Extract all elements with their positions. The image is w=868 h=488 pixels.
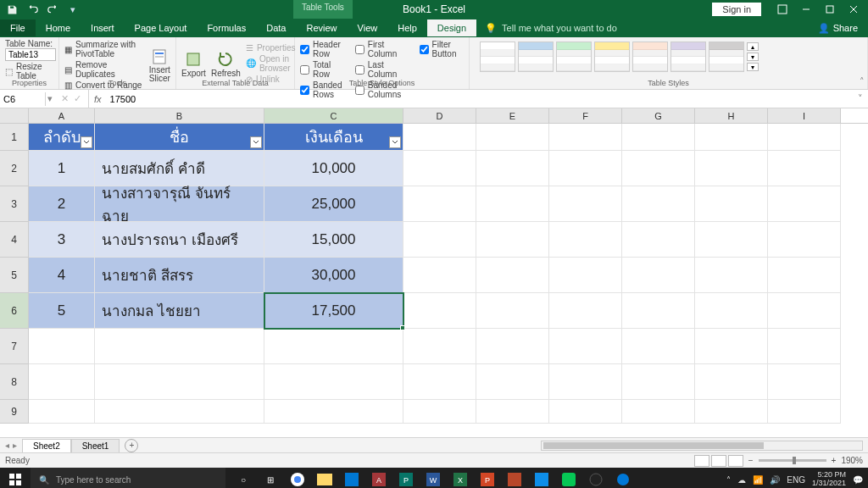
fx-icon[interactable]: fx <box>89 94 107 104</box>
cell-F8[interactable] <box>549 364 622 400</box>
total-row-checkbox[interactable]: Total Row <box>300 59 350 80</box>
style-swatch-0[interactable] <box>480 42 515 72</box>
tab-page-layout[interactable]: Page Layout <box>125 19 198 36</box>
tab-file[interactable]: File <box>0 19 36 36</box>
cell-A7[interactable] <box>29 329 95 364</box>
tab-formulas[interactable]: Formulas <box>197 19 256 36</box>
formula-expand-icon[interactable]: ˅ <box>853 93 868 104</box>
cell-F7[interactable] <box>549 329 622 364</box>
cell-G9[interactable] <box>622 400 695 424</box>
add-sheet-button[interactable]: + <box>125 439 138 452</box>
app-word-icon[interactable]: W <box>420 468 446 488</box>
cell-D1[interactable] <box>403 124 476 151</box>
style-swatch-3[interactable] <box>594 42 630 72</box>
cell-I9[interactable] <box>768 400 841 424</box>
collapse-ribbon-icon[interactable]: ˄ <box>860 76 865 87</box>
cell-A5[interactable]: 4 <box>29 258 95 293</box>
cell-D4[interactable] <box>403 222 476 258</box>
col-header-C[interactable]: C <box>264 108 403 123</box>
cell-E1[interactable] <box>476 124 549 151</box>
cell-I6[interactable] <box>768 293 841 329</box>
row-header-6[interactable]: 6 <box>0 293 29 329</box>
filter-button-A[interactable] <box>81 136 92 148</box>
cell-E5[interactable] <box>476 258 549 293</box>
table-name-input[interactable] <box>5 48 56 61</box>
spreadsheet-grid[interactable]: ABCDEFGHI 1ลำดับชื่อเงินเดือน21นายสมศักด… <box>0 108 868 437</box>
page-layout-view-icon[interactable] <box>711 455 726 467</box>
app-reader-icon[interactable] <box>502 468 527 488</box>
sheet-nav[interactable]: ◂▸ <box>0 441 22 450</box>
cell-F6[interactable] <box>549 293 622 329</box>
tab-data[interactable]: Data <box>256 19 296 36</box>
ribbon-options-icon[interactable] <box>771 2 793 17</box>
cell-G7[interactable] <box>622 329 695 364</box>
row-header-7[interactable]: 7 <box>0 329 29 364</box>
cell-B8[interactable] <box>95 364 264 400</box>
app-obs-icon[interactable] <box>583 468 609 488</box>
tell-me-input[interactable]: 💡 Tell me what you want to do <box>476 23 626 34</box>
cell-H9[interactable] <box>695 400 768 424</box>
cortana-icon[interactable]: ○ <box>231 468 256 488</box>
row-header-1[interactable]: 1 <box>0 124 29 151</box>
style-swatch-6[interactable] <box>709 42 744 72</box>
cell-E6[interactable] <box>476 293 549 329</box>
cell-A6[interactable]: 5 <box>29 293 95 329</box>
cell-F3[interactable] <box>549 186 622 222</box>
cell-C2[interactable]: 10,000 <box>264 151 403 186</box>
cell-E4[interactable] <box>476 222 549 258</box>
app-excel-icon[interactable]: X <box>448 468 473 488</box>
name-box[interactable]: C6 <box>0 92 46 106</box>
horizontal-scrollbar[interactable] <box>138 441 868 451</box>
row-header-5[interactable]: 5 <box>0 258 29 293</box>
app-teamviewer-icon[interactable] <box>529 468 554 488</box>
col-header-A[interactable]: A <box>29 108 95 123</box>
style-swatch-4[interactable] <box>632 42 668 72</box>
cell-F1[interactable] <box>549 124 622 151</box>
zoom-out-icon[interactable]: − <box>748 456 754 465</box>
col-header-D[interactable]: D <box>403 108 476 123</box>
cell-D2[interactable] <box>403 151 476 186</box>
cell-H7[interactable] <box>695 329 768 364</box>
cell-I4[interactable] <box>768 222 841 258</box>
cell-D3[interactable] <box>403 186 476 222</box>
cell-C7[interactable] <box>264 329 403 364</box>
page-break-view-icon[interactable] <box>728 455 743 467</box>
cell-H8[interactable] <box>695 364 768 400</box>
app-chrome-icon[interactable] <box>285 468 310 488</box>
cell-A8[interactable] <box>29 364 95 400</box>
undo-icon[interactable] <box>24 2 41 17</box>
cell-F4[interactable] <box>549 222 622 258</box>
app-folder-icon[interactable] <box>312 468 337 488</box>
tab-insert[interactable]: Insert <box>81 19 125 36</box>
cell-C6[interactable]: 17,500 <box>264 293 403 329</box>
cancel-formula-icon[interactable]: ✕ <box>61 93 69 104</box>
cell-H6[interactable] <box>695 293 768 329</box>
col-header-I[interactable]: I <box>768 108 841 123</box>
cell-G4[interactable] <box>622 222 695 258</box>
tray-chevron-icon[interactable]: ˄ <box>726 475 731 485</box>
cell-D6[interactable] <box>403 293 476 329</box>
app-access-icon[interactable]: A <box>366 468 392 488</box>
app-publisher-icon[interactable]: P <box>393 468 419 488</box>
sheet-tab-sheet1[interactable]: Sheet1 <box>71 439 120 452</box>
cell-A3[interactable]: 2 <box>29 186 95 222</box>
cell-A2[interactable]: 1 <box>29 151 95 186</box>
cell-H4[interactable] <box>695 222 768 258</box>
close-icon[interactable] <box>843 2 865 17</box>
row-header-8[interactable]: 8 <box>0 364 29 400</box>
tray-cloud-icon[interactable]: ☁ <box>737 475 746 485</box>
taskbar-search[interactable]: 🔍 Type here to search <box>31 468 225 488</box>
cell-G2[interactable] <box>622 151 695 186</box>
cell-I3[interactable] <box>768 186 841 222</box>
qat-more-icon[interactable]: ▾ <box>64 2 81 17</box>
tray-clock[interactable]: 5:20 PM 1/31/2021 <box>812 471 846 488</box>
cell-B5[interactable]: นายชาติ สีสรร <box>95 258 264 293</box>
style-swatch-1[interactable] <box>518 42 554 72</box>
cell-G5[interactable] <box>622 258 695 293</box>
pivot-button[interactable]: ▦Summarize with PivotTable <box>64 39 144 59</box>
select-all-corner[interactable] <box>0 108 29 123</box>
tray-volume-icon[interactable]: 🔊 <box>770 475 780 485</box>
tray-notifications-icon[interactable]: 💬 <box>853 475 863 485</box>
cell-A9[interactable] <box>29 400 95 424</box>
cell-F9[interactable] <box>549 400 622 424</box>
